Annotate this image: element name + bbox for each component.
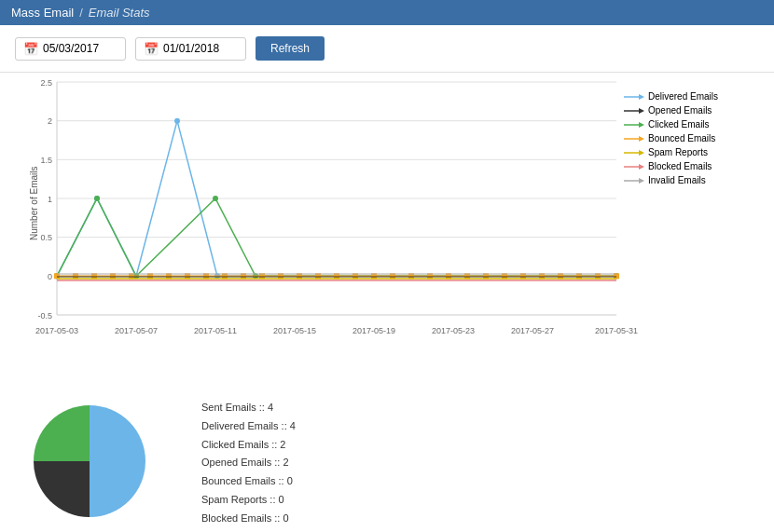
- y-axis-label: Number of Emails: [29, 203, 39, 240]
- app-name: Mass Email: [11, 6, 74, 20]
- svg-marker-72: [639, 94, 644, 100]
- refresh-button[interactable]: Refresh: [256, 36, 325, 61]
- top-bar: Mass Email / Email Stats: [0, 0, 774, 25]
- page-name: Email Stats: [89, 6, 150, 20]
- bottom-section: Sent Emails :: 4 Delivered Emails :: 4 C…: [0, 380, 774, 532]
- svg-text:-0.5: -0.5: [37, 311, 52, 321]
- svg-text:2: 2: [48, 116, 52, 126]
- legend-item-bounced: Bounced Emails: [624, 133, 759, 143]
- svg-marker-78: [639, 136, 644, 142]
- legend-label-bounced: Bounced Emails: [648, 133, 715, 143]
- svg-text:2017-05-11: 2017-05-11: [194, 326, 237, 335]
- stat-delivered: Delivered Emails :: 4: [201, 417, 296, 436]
- stat-spam: Spam Reports :: 0: [201, 491, 296, 510]
- svg-text:0.5: 0.5: [40, 233, 52, 242]
- legend-label-invalid: Invalid Emails: [648, 175, 706, 185]
- chart-section: Number of Emails 2.5 2 1.5 1 0.5 0 -0.5: [15, 82, 759, 361]
- svg-point-26: [174, 118, 180, 124]
- svg-text:0: 0: [48, 272, 52, 281]
- legend-item-clicked: Clicked Emails: [624, 119, 759, 130]
- legend-item-opened: Opened Emails: [624, 105, 759, 116]
- stat-blocked: Blocked Emails :: 0: [201, 510, 296, 528]
- svg-text:2017-05-07: 2017-05-07: [115, 326, 158, 335]
- calendar-icon-start: 📅: [23, 42, 38, 56]
- stat-opened: Opened Emails :: 2: [201, 454, 296, 472]
- svg-marker-74: [639, 108, 644, 114]
- legend-item-spam: Spam Reports: [624, 147, 759, 157]
- svg-text:2017-05-23: 2017-05-23: [432, 326, 475, 335]
- end-date-input[interactable]: 📅: [135, 37, 246, 61]
- svg-marker-80: [639, 150, 644, 156]
- svg-point-30: [94, 196, 100, 201]
- svg-point-32: [213, 196, 218, 201]
- svg-text:2017-05-15: 2017-05-15: [273, 326, 316, 335]
- controls-bar: 📅 📅 Refresh: [0, 25, 774, 73]
- main-content: Number of Emails 2.5 2 1.5 1 0.5 0 -0.5: [0, 73, 774, 380]
- legend-label-clicked: Clicked Emails: [648, 119, 710, 130]
- svg-text:2017-05-03: 2017-05-03: [35, 326, 78, 335]
- line-chart: 2.5 2 1.5 1 0.5 0 -0.5 2017-05-03 2017-0…: [57, 82, 691, 352]
- stat-invalid: Invalid Emails :: 0: [201, 528, 296, 532]
- stat-sent: Sent Emails :: 4: [201, 399, 296, 417]
- svg-marker-84: [639, 178, 644, 184]
- legend-item-delivered: Delivered Emails: [624, 91, 759, 102]
- legend-label-spam: Spam Reports: [648, 147, 708, 157]
- svg-text:2017-05-27: 2017-05-27: [511, 326, 554, 335]
- legend-label-blocked: Blocked Emails: [648, 161, 712, 171]
- stats-panel: Sent Emails :: 4 Delivered Emails :: 4 C…: [201, 389, 296, 532]
- chart-legend-right: Delivered Emails Opened Emails Clicked E…: [624, 91, 759, 189]
- svg-text:1: 1: [48, 195, 52, 204]
- svg-text:2017-05-19: 2017-05-19: [352, 326, 395, 335]
- pie-chart-container: [15, 389, 183, 532]
- start-date-input[interactable]: 📅: [15, 37, 126, 61]
- legend-label-delivered: Delivered Emails: [648, 91, 718, 102]
- stat-bounced: Bounced Emails :: 0: [201, 472, 296, 491]
- svg-text:2017-05-31: 2017-05-31: [595, 326, 638, 335]
- pie-chart: [15, 389, 164, 532]
- svg-text:2.5: 2.5: [40, 78, 52, 88]
- legend-label-opened: Opened Emails: [648, 105, 712, 116]
- svg-text:1.5: 1.5: [40, 156, 52, 165]
- svg-marker-76: [639, 122, 644, 128]
- start-date-field[interactable]: [43, 42, 117, 55]
- calendar-icon-end: 📅: [144, 42, 159, 56]
- svg-marker-82: [639, 164, 644, 170]
- legend-item-blocked: Blocked Emails: [624, 161, 759, 171]
- legend-item-invalid: Invalid Emails: [624, 175, 759, 185]
- stat-clicked: Clicked Emails :: 2: [201, 436, 296, 455]
- breadcrumb-separator: /: [79, 6, 83, 20]
- end-date-field[interactable]: [163, 42, 238, 55]
